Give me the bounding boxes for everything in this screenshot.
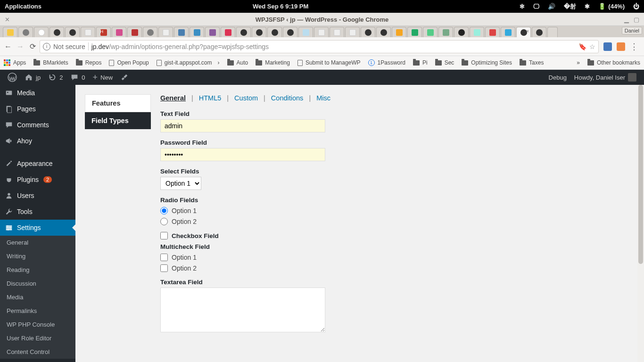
browser-tab[interactable] (50, 27, 64, 37)
star-icon[interactable]: ☆ (589, 43, 595, 50)
minimize-icon[interactable]: ▁ (624, 16, 629, 23)
reload-button[interactable]: ⟳ (27, 42, 38, 51)
browser-tab[interactable] (81, 27, 95, 37)
textarea-field[interactable] (160, 288, 325, 332)
browser-tab[interactable] (407, 27, 422, 37)
select-field[interactable]: Option 1 (160, 177, 201, 190)
bookmark-folder[interactable]: Optimizing Sites (462, 59, 512, 66)
browser-tab[interactable] (143, 27, 157, 37)
menu-tools[interactable]: Tools (0, 204, 75, 220)
other-bookmarks[interactable]: Other bookmarks (587, 59, 640, 66)
bookmark-folder[interactable]: BMarklets (33, 59, 68, 66)
bookmark-link[interactable]: Submit to ManageWP (297, 59, 361, 66)
menu-users[interactable]: Users (0, 188, 75, 204)
browser-tab[interactable] (112, 27, 126, 37)
browser-tab[interactable] (392, 27, 406, 37)
browser-tab[interactable] (454, 27, 469, 37)
site-link[interactable]: jp (21, 70, 44, 85)
browser-tab-active[interactable]: × (516, 27, 531, 37)
browser-tab[interactable] (127, 27, 142, 37)
bookmark-link[interactable]: Open Popup (109, 59, 149, 66)
browser-tab[interactable] (34, 27, 49, 37)
clock[interactable]: Wed Sep 6 9:19 PM (253, 3, 308, 10)
text-field-input[interactable] (160, 119, 325, 132)
close-icon[interactable]: ✕ (5, 16, 10, 23)
menu-settings[interactable]: Settings (0, 220, 75, 236)
bookmark-folder[interactable]: Pi (413, 59, 428, 66)
browser-tab[interactable] (361, 27, 375, 37)
browser-tab[interactable] (190, 27, 204, 37)
browser-tab[interactable] (252, 27, 266, 37)
submenu-reading[interactable]: Reading (0, 263, 75, 277)
bluetooth-icon[interactable]: ✱ (585, 3, 590, 10)
maximize-icon[interactable]: ▢ (634, 16, 639, 23)
browser-tab[interactable] (205, 27, 220, 37)
display-icon[interactable]: 🖵 (533, 3, 539, 10)
tab-misc[interactable]: Misc (316, 94, 330, 102)
submenu-user-role-editor[interactable]: User Role Editor (0, 331, 75, 345)
browser-tab[interactable] (314, 27, 329, 37)
browser-tab[interactable] (221, 27, 235, 37)
bookmark-folder[interactable]: Taxes (520, 59, 544, 66)
back-button[interactable]: ← (3, 42, 13, 51)
browser-tab[interactable] (298, 27, 313, 37)
close-tab-icon[interactable]: × (526, 29, 529, 34)
debug-link[interactable]: Debug (545, 70, 570, 85)
tab-html5[interactable]: HTML5 (199, 94, 222, 102)
browser-tab[interactable] (438, 27, 453, 37)
tab-conditions[interactable]: Conditions (271, 94, 304, 102)
menu-plugins[interactable]: Plugins2 (0, 172, 75, 188)
bookmark-folder[interactable]: Repos (76, 59, 102, 66)
bookmark-link[interactable]: gist-it.appspot.com› (157, 59, 220, 66)
multicheck-option-1[interactable] (160, 254, 168, 261)
chrome-profile-badge[interactable]: Daniel (622, 27, 642, 34)
password-field-input[interactable] (160, 148, 325, 161)
submenu-general[interactable]: General (0, 236, 75, 249)
bookmark-folder[interactable]: Sec (435, 59, 454, 66)
browser-tab[interactable]: H (96, 27, 111, 37)
menu-comments[interactable]: Comments (0, 117, 75, 133)
extension-icon[interactable] (603, 42, 612, 51)
applications-menu[interactable]: Applications (5, 3, 41, 10)
radio-option-2[interactable] (160, 218, 168, 225)
apps-shortcut[interactable]: Apps (4, 59, 26, 66)
browser-tab[interactable] (18, 27, 33, 37)
tab-features[interactable]: Features (85, 94, 151, 112)
browser-tab[interactable] (65, 27, 80, 37)
bookmark-folder[interactable]: Auto (227, 59, 248, 66)
autofill-icon[interactable]: 🔖 (578, 43, 586, 50)
bookmarks-overflow[interactable]: » (577, 59, 580, 66)
menu-media[interactable]: Media (0, 85, 75, 101)
browser-tab[interactable] (501, 27, 515, 37)
tab-custom[interactable]: Custom (234, 94, 258, 102)
bookmark-folder[interactable]: Marketing (256, 59, 290, 66)
bookmark-link[interactable]: 11Password (368, 59, 405, 66)
browser-tab[interactable] (345, 27, 360, 37)
browser-tab[interactable] (158, 27, 173, 37)
new-tab-button[interactable] (547, 27, 558, 37)
checkbox-field[interactable] (160, 232, 168, 239)
submenu-content-control[interactable]: Content Control (0, 345, 75, 359)
browser-tab[interactable] (470, 27, 484, 37)
battery-indicator[interactable]: 🔋 (44%) (598, 3, 625, 10)
radio-option-1[interactable] (160, 207, 168, 214)
menu-ahoy[interactable]: Ahoy (0, 133, 75, 149)
power-icon[interactable]: ⏻ (633, 3, 639, 10)
browser-tab[interactable] (236, 27, 251, 37)
submenu-wp-php-console[interactable]: WP PHP Console (0, 318, 75, 331)
browser-tab[interactable] (485, 27, 500, 37)
extension-icon[interactable]: ✻ (520, 3, 525, 10)
scrollbar-thumb[interactable] (638, 85, 643, 264)
howdy-user[interactable]: Howdy, Daniel Iser (570, 70, 640, 85)
menu-pages[interactable]: Pages (0, 101, 75, 117)
menu-appearance[interactable]: Appearance (0, 156, 75, 172)
chrome-menu-icon[interactable]: ⋮ (630, 41, 638, 52)
new-content[interactable]: +New (89, 70, 117, 85)
comments-link[interactable]: 0 (66, 70, 89, 85)
browser-tab[interactable] (423, 27, 438, 37)
submenu-permalinks[interactable]: Permalinks (0, 304, 75, 318)
submenu-writing[interactable]: Writing (0, 249, 75, 263)
updates-link[interactable]: 2 (44, 70, 66, 85)
address-bar[interactable]: i Not secure jp.dev/wp-admin/options-gen… (40, 40, 599, 53)
browser-tab[interactable] (532, 27, 546, 37)
